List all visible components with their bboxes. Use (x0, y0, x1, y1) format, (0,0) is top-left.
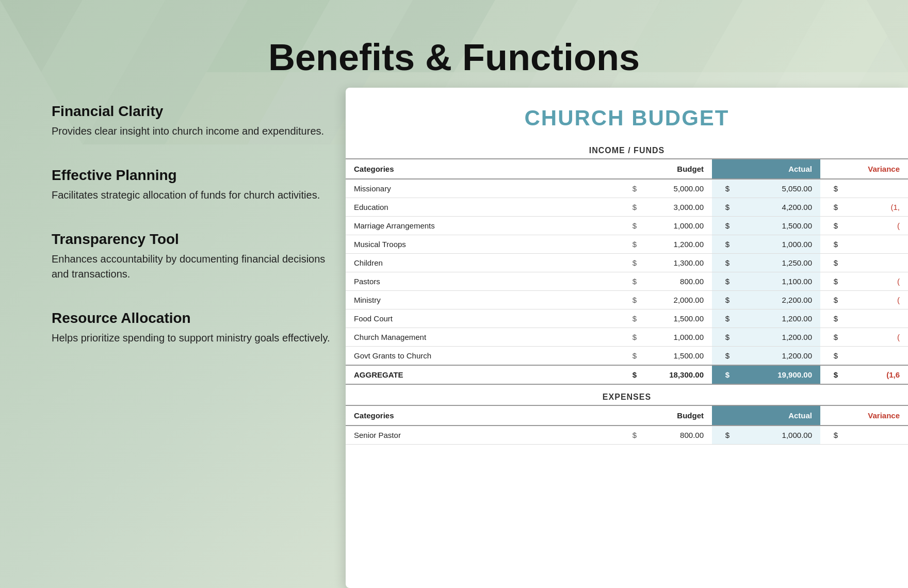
expenses-category: Senior Pastor (346, 426, 604, 445)
income-row: Food Court $ 1,500.00 $ 1,200.00 $ (346, 309, 908, 328)
income-actual-value: 1,200.00 (738, 309, 820, 328)
income-actual-value: 1,100.00 (738, 272, 820, 291)
income-actual-value: 1,250.00 (738, 254, 820, 272)
income-variance-dollar: $ (820, 309, 846, 328)
feature-resource-allocation: Resource Allocation Helps prioritize spe… (52, 310, 330, 346)
income-actual-dollar: $ (712, 272, 738, 291)
feature-title-2: Effective Planning (52, 167, 330, 184)
income-variance-value (846, 347, 908, 366)
income-variance-value (846, 235, 908, 254)
income-category: Govt Grants to Church (346, 347, 604, 366)
income-category: Missionary (346, 179, 604, 198)
income-header: INCOME / FUNDS (346, 141, 908, 158)
income-budget-value: 5,000.00 (645, 179, 712, 198)
aggregate-actual-value: 19,900.00 (738, 365, 820, 384)
income-aggregate-row: AGGREGATE $ 18,300.00 $ 19,900.00 $ (1,6 (346, 365, 908, 384)
feature-title-1: Financial Clarity (52, 103, 330, 120)
col-header-variance-expenses: Variance (846, 405, 908, 426)
income-budget-value: 1,500.00 (645, 347, 712, 366)
income-variance-value: (1, (846, 198, 908, 217)
income-variance-dollar: $ (820, 272, 846, 291)
feature-desc-1: Provides clear insight into church incom… (52, 124, 330, 139)
income-actual-value: 1,200.00 (738, 328, 820, 347)
income-variance-value (846, 179, 908, 198)
income-row: Pastors $ 800.00 $ 1,100.00 $ ( (346, 272, 908, 291)
income-category: Ministry (346, 291, 604, 309)
feature-transparency-tool: Transparency Tool Enhances accountabilit… (52, 231, 330, 282)
income-variance-value: ( (846, 328, 908, 347)
income-category: Education (346, 198, 604, 217)
income-budget-dollar: $ (604, 309, 645, 328)
income-category: Children (346, 254, 604, 272)
income-actual-value: 4,200.00 (738, 198, 820, 217)
income-budget-value: 800.00 (645, 272, 712, 291)
income-actual-dollar: $ (712, 291, 738, 309)
aggregate-variance-value: (1,6 (846, 365, 908, 384)
income-variance-dollar: $ (820, 217, 846, 235)
expenses-actual-dollar: $ (712, 426, 738, 445)
income-budget-dollar: $ (604, 179, 645, 198)
aggregate-variance-dollar: $ (820, 365, 846, 384)
income-category: Church Management (346, 328, 604, 347)
income-variance-dollar: $ (820, 179, 846, 198)
expenses-variance-dollar: $ (820, 426, 846, 445)
income-variance-value: ( (846, 291, 908, 309)
income-variance-value: ( (846, 272, 908, 291)
income-budget-dollar: $ (604, 328, 645, 347)
income-row: Musical Troops $ 1,200.00 $ 1,000.00 $ (346, 235, 908, 254)
feature-financial-clarity: Financial Clarity Provides clear insight… (52, 103, 330, 139)
income-actual-dollar: $ (712, 217, 738, 235)
income-variance-value (846, 309, 908, 328)
income-category: Pastors (346, 272, 604, 291)
income-actual-value: 1,000.00 (738, 235, 820, 254)
aggregate-budget-value: 18,300.00 (645, 365, 712, 384)
expenses-variance-value (846, 426, 908, 445)
income-budget-value: 1,300.00 (645, 254, 712, 272)
col-header-categories-income: Categories (346, 159, 604, 179)
income-actual-dollar: $ (712, 309, 738, 328)
income-variance-dollar: $ (820, 347, 846, 366)
expenses-budget-value: 800.00 (645, 426, 712, 445)
aggregate-label: AGGREGATE (346, 365, 604, 384)
income-row: Church Management $ 1,000.00 $ 1,200.00 … (346, 328, 908, 347)
income-variance-dollar: $ (820, 291, 846, 309)
income-budget-dollar: $ (604, 291, 645, 309)
income-variance-value (846, 254, 908, 272)
expenses-row: Senior Pastor $ 800.00 $ 1,000.00 $ (346, 426, 908, 445)
income-category: Musical Troops (346, 235, 604, 254)
income-variance-dollar: $ (820, 254, 846, 272)
income-variance-dollar: $ (820, 328, 846, 347)
income-row: Govt Grants to Church $ 1,500.00 $ 1,200… (346, 347, 908, 366)
col-header-variance-income: Variance (846, 159, 908, 179)
income-actual-value: 1,200.00 (738, 347, 820, 366)
income-variance-dollar: $ (820, 235, 846, 254)
income-table: Categories Budget Actual Variance Missio… (346, 158, 908, 385)
income-section: INCOME / FUNDS Categories Budget Actual … (346, 141, 908, 385)
income-variance-dollar: $ (820, 198, 846, 217)
income-budget-dollar: $ (604, 217, 645, 235)
income-actual-dollar: $ (712, 328, 738, 347)
col-header-dollar-actual-income (712, 159, 738, 179)
col-header-dollar-income (604, 159, 645, 179)
income-actual-dollar: $ (712, 198, 738, 217)
income-actual-value: 5,050.00 (738, 179, 820, 198)
income-budget-dollar: $ (604, 347, 645, 366)
income-budget-dollar: $ (604, 272, 645, 291)
income-category: Marriage Arrangements (346, 217, 604, 235)
col-header-budget-income: Budget (645, 159, 712, 179)
income-budget-dollar: $ (604, 254, 645, 272)
income-row: Education $ 3,000.00 $ 4,200.00 $ (1, (346, 198, 908, 217)
income-row: Children $ 1,300.00 $ 1,250.00 $ (346, 254, 908, 272)
income-actual-dollar: $ (712, 179, 738, 198)
feature-title-4: Resource Allocation (52, 310, 330, 326)
income-actual-value: 1,500.00 (738, 217, 820, 235)
expenses-actual-value: 1,000.00 (738, 426, 820, 445)
income-actual-dollar: $ (712, 254, 738, 272)
feature-desc-3: Enhances accountability by documenting f… (52, 252, 330, 282)
page-title: Benefits & Functions (0, 21, 908, 94)
spreadsheet-panel: CHURCH BUDGET INCOME / FUNDS Categories … (346, 88, 908, 588)
col-header-actual-income: Actual (738, 159, 820, 179)
income-budget-value: 1,000.00 (645, 328, 712, 347)
income-budget-value: 1,000.00 (645, 217, 712, 235)
col-header-actual-expenses: Actual (738, 405, 820, 426)
